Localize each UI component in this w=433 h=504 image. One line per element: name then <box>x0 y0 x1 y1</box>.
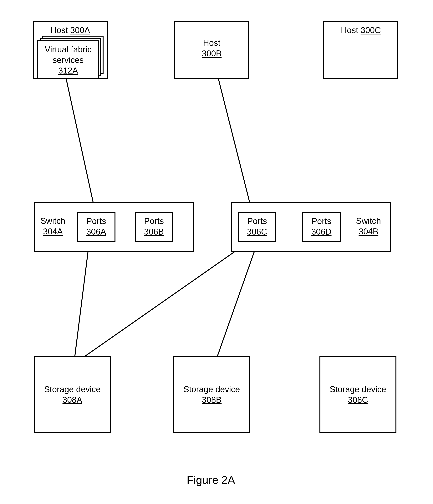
ports-d-title: Ports <box>303 216 340 226</box>
svg-line-0 <box>66 79 95 212</box>
host-b-title: Host <box>175 37 248 48</box>
host-a-prefix: Host <box>50 25 70 35</box>
switch-b-ref: 304B <box>356 226 381 237</box>
figure-caption: Figure 2A <box>187 473 235 486</box>
storage-a-ref: 308A <box>35 395 110 405</box>
host-c-ref: 300C <box>361 25 381 35</box>
svg-line-4 <box>217 242 258 356</box>
storage-a-title: Storage device <box>35 384 110 395</box>
host-b-box: Host 300B <box>174 21 249 79</box>
switch-a-title: Switch 304A <box>40 216 65 237</box>
ports-b-title: Ports <box>136 216 172 226</box>
svg-line-2 <box>75 242 89 356</box>
vfs-ref: 312A <box>38 65 98 76</box>
storage-b-title: Storage device <box>174 384 249 395</box>
vfs-title-line1: Virtual fabric <box>38 44 98 55</box>
storage-b-box: Storage device 308B <box>173 356 250 433</box>
svg-line-3 <box>85 242 249 356</box>
switch-a-title-text: Switch <box>40 216 65 226</box>
vfs-title-line2: services <box>38 55 98 65</box>
ports-a-title: Ports <box>78 216 115 226</box>
ports-b-ref: 306B <box>136 226 172 237</box>
host-c-prefix: Host <box>341 25 361 35</box>
storage-c-ref: 308C <box>320 395 396 405</box>
switch-b-title: Switch 304B <box>356 216 381 237</box>
host-a-ref: 300A <box>70 25 90 35</box>
virtual-fabric-services-box: Virtual fabric services 312A <box>37 40 99 79</box>
storage-a-box: Storage device 308A <box>34 356 111 433</box>
svg-line-1 <box>218 79 252 212</box>
ports-b-box: Ports 306B <box>135 212 173 242</box>
ports-a-ref: 306A <box>78 226 115 237</box>
storage-c-title: Storage device <box>320 384 396 395</box>
ports-d-ref: 306D <box>303 226 340 237</box>
host-b-ref: 300B <box>175 48 248 59</box>
storage-c-box: Storage device 308C <box>319 356 397 433</box>
ports-c-title: Ports <box>239 216 275 226</box>
host-c-title: Host 300C <box>324 25 397 36</box>
diagram-canvas: Host 300A Virtual fabric services 312A H… <box>0 0 433 504</box>
switch-b-title-text: Switch <box>356 216 381 226</box>
ports-c-box: Ports 306C <box>238 212 276 242</box>
ports-c-ref: 306C <box>239 226 275 237</box>
storage-b-ref: 308B <box>174 395 249 405</box>
ports-d-box: Ports 306D <box>302 212 341 242</box>
switch-a-ref: 304A <box>40 226 65 237</box>
host-c-box: Host 300C <box>323 21 398 79</box>
host-a-title: Host 300A <box>34 25 107 36</box>
ports-a-box: Ports 306A <box>77 212 116 242</box>
